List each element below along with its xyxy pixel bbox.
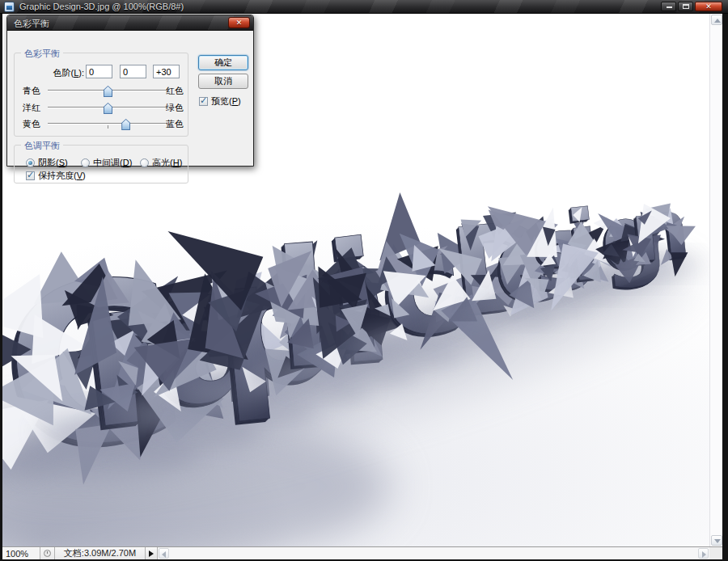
radio-icon: [81, 158, 90, 167]
status-menu-button[interactable]: [146, 547, 158, 559]
tone-radio-shadows[interactable]: 阴影(S): [26, 157, 68, 169]
scroll-down-button[interactable]: [711, 535, 722, 546]
document-info: 文档:3.09M/2.70M: [55, 547, 146, 559]
shadows-label: 阴影(S): [38, 157, 68, 169]
checkbox-icon: [199, 97, 208, 106]
dialog-close-button[interactable]: ✕: [228, 17, 250, 28]
maximize-button[interactable]: [678, 2, 693, 11]
clock-icon: [44, 550, 51, 557]
status-bar: 100% 文档:3.09M/2.70M: [2, 546, 709, 559]
dialog-body: 色彩平衡 色阶(L): 青色 红色 洋红 绿色 黄色: [7, 31, 253, 167]
tone-radio-midtones[interactable]: 中间调(D): [81, 157, 132, 169]
window-title: Graphic Design-3D.jpg @ 100%(RGB/8#): [19, 2, 184, 11]
horizontal-scrollbar[interactable]: [158, 547, 709, 559]
levels-label: 色阶(L):: [39, 67, 84, 79]
photoshop-document-window: Graphic Design-3D.jpg @ 100%(RGB/8#) ✕ G…: [0, 0, 728, 561]
minimize-icon: [667, 6, 672, 8]
minimize-button[interactable]: [661, 2, 676, 11]
center-tick: [108, 125, 108, 129]
green-label: 绿色: [166, 102, 184, 114]
yellow-blue-slider-thumb[interactable]: [121, 119, 130, 130]
preview-checkbox[interactable]: 预览(P): [199, 95, 241, 108]
color-balance-dialog: 色彩平衡 ✕ 色彩平衡 色阶(L): 青色 红色 洋红 绿色: [6, 15, 254, 167]
cyan-red-slider-thumb[interactable]: [104, 86, 112, 97]
checkbox-icon: [26, 171, 35, 180]
radio-icon: [140, 158, 149, 167]
yellow-blue-slider[interactable]: [48, 123, 167, 124]
tone-balance-group-label: 色调平衡: [21, 140, 63, 152]
arrow-up-icon: [714, 19, 721, 23]
vertical-scrollbar[interactable]: [709, 14, 722, 546]
right-triangle-icon: [149, 550, 154, 557]
zoom-level-field[interactable]: 100%: [2, 547, 40, 559]
level-input-1[interactable]: [86, 65, 112, 78]
highlights-label: 高光(H): [152, 157, 182, 169]
radio-icon: [26, 158, 35, 167]
close-icon: ✕: [236, 19, 243, 27]
yellow-blue-slider-row: 黄色 蓝色: [15, 117, 189, 130]
cyan-red-slider[interactable]: [48, 90, 167, 91]
photoshop-file-icon: [4, 2, 15, 12]
blue-label: 蓝色: [166, 118, 184, 130]
ok-button[interactable]: 确定: [198, 55, 248, 70]
color-balance-group-label: 色彩平衡: [21, 48, 63, 60]
scroll-left-button[interactable]: [159, 548, 169, 559]
midtones-label: 中间调(D): [93, 157, 132, 169]
level-input-2[interactable]: [120, 65, 146, 78]
red-label: 红色: [166, 85, 184, 97]
status-icon-segment: [40, 547, 55, 559]
cancel-button[interactable]: 取消: [198, 74, 248, 89]
arrow-left-icon: [162, 551, 166, 558]
magenta-green-slider-thumb[interactable]: [104, 103, 112, 114]
dialog-titlebar[interactable]: 色彩平衡 ✕: [7, 15, 253, 31]
arrow-right-icon: [702, 551, 706, 558]
magenta-green-slider[interactable]: [48, 107, 167, 108]
magenta-green-slider-row: 洋红 绿色: [15, 101, 189, 114]
window-controls: ✕: [661, 2, 722, 11]
maximize-icon: [683, 4, 689, 9]
close-button[interactable]: ✕: [695, 2, 722, 11]
scroll-right-button[interactable]: [698, 548, 709, 559]
cyan-red-slider-row: 青色 红色: [15, 84, 189, 97]
preview-label: 预览(P): [211, 95, 241, 108]
level-input-3[interactable]: [153, 65, 180, 78]
tone-radio-highlights[interactable]: 高光(H): [140, 157, 182, 169]
scroll-up-button[interactable]: [711, 15, 722, 25]
tone-balance-group: 色调平衡 阴影(S) 中间调(D) 高光(H) 保持亮度(V): [14, 145, 188, 183]
yellow-label: 黄色: [23, 118, 40, 130]
window-titlebar[interactable]: Graphic Design-3D.jpg @ 100%(RGB/8#) ✕: [0, 0, 728, 14]
dialog-title: 色彩平衡: [14, 18, 49, 30]
cyan-label: 青色: [23, 85, 40, 97]
preserve-luminosity-checkbox[interactable]: 保持亮度(V): [26, 170, 86, 182]
magenta-label: 洋红: [23, 102, 40, 114]
close-icon: ✕: [705, 2, 712, 11]
preserve-luminosity-label: 保持亮度(V): [38, 170, 86, 182]
color-balance-group: 色彩平衡 色阶(L): 青色 红色 洋红 绿色 黄色: [14, 53, 188, 137]
arrow-down-icon: [714, 539, 721, 543]
scrollbar-corner: [709, 546, 722, 559]
